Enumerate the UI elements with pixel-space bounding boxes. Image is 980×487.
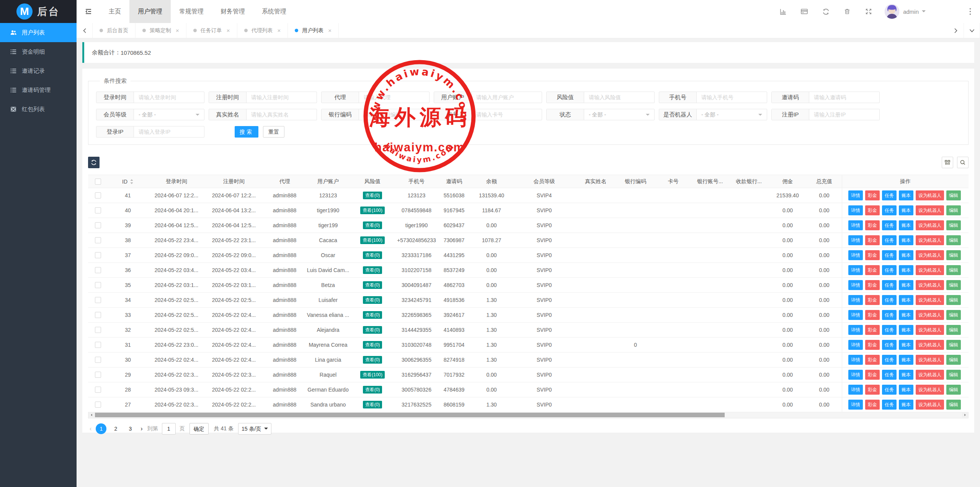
risk-view-badge[interactable]: 查看(0): [363, 401, 382, 408]
risk-view-badge[interactable]: 查看(0): [363, 341, 382, 349]
action-blue-button[interactable]: 任务: [882, 220, 897, 230]
search-field-input[interactable]: 请输入代理: [359, 92, 429, 103]
row-checkbox[interactable]: [95, 342, 101, 348]
hscroll-right-icon[interactable]: [962, 412, 968, 418]
tab-4[interactable]: 用户列表×: [288, 23, 339, 38]
row-checkbox[interactable]: [95, 282, 101, 288]
sidebar-item-1[interactable]: 资金明细: [0, 42, 77, 61]
action-blue-button[interactable]: 任务: [882, 340, 897, 350]
page-number-2[interactable]: 2: [110, 423, 121, 434]
risk-view-badge[interactable]: 查看(0): [363, 296, 382, 304]
sidebar-toggle-icon[interactable]: [77, 0, 100, 23]
table-hscrollbar[interactable]: [88, 412, 969, 418]
risk-view-badge[interactable]: 查看(0): [363, 266, 382, 274]
row-checkbox[interactable]: [95, 327, 101, 333]
action-blue-button[interactable]: 详情: [848, 340, 863, 350]
nav-item-1[interactable]: 用户管理: [129, 0, 171, 23]
action-blue-button[interactable]: 任务: [882, 205, 897, 215]
search-field-select[interactable]: - 全部 -: [697, 109, 767, 120]
action-blue-button[interactable]: 详情: [848, 220, 863, 230]
select-all-checkbox[interactable]: [95, 179, 101, 185]
tab-close-icon[interactable]: ×: [227, 27, 230, 34]
action-red-button[interactable]: 设为机器人: [916, 385, 944, 395]
row-checkbox[interactable]: [95, 372, 101, 378]
action-blue-button[interactable]: 账本: [899, 355, 913, 365]
action-blue-button[interactable]: 账本: [899, 385, 913, 395]
action-red-button[interactable]: 彩金: [865, 235, 880, 245]
action-red-button[interactable]: 彩金: [865, 295, 880, 305]
action-blue-button[interactable]: 任务: [882, 355, 897, 365]
search-field-input[interactable]: 请输入登录IP: [134, 126, 204, 137]
action-blue-button[interactable]: 详情: [848, 265, 863, 275]
action-green-button[interactable]: 编辑: [946, 205, 961, 215]
username[interactable]: admin: [903, 8, 919, 15]
action-blue-button[interactable]: 任务: [882, 265, 897, 275]
action-green-button[interactable]: 编辑: [946, 310, 961, 320]
action-red-button[interactable]: 彩金: [865, 385, 880, 395]
action-red-button[interactable]: 彩金: [865, 205, 880, 215]
action-green-button[interactable]: 编辑: [946, 235, 961, 245]
trash-icon[interactable]: [836, 0, 858, 23]
page-size-select[interactable]: 15 条/页: [238, 423, 271, 435]
row-checkbox[interactable]: [95, 267, 101, 273]
action-blue-button[interactable]: 账本: [899, 220, 913, 230]
action-blue-button[interactable]: 详情: [848, 235, 863, 245]
action-blue-button[interactable]: 账本: [899, 190, 913, 200]
refresh-icon[interactable]: [815, 0, 836, 23]
hscroll-left-icon[interactable]: [88, 412, 95, 418]
tab-close-icon[interactable]: ×: [278, 27, 281, 34]
more-menu-icon[interactable]: [962, 0, 978, 23]
action-red-button[interactable]: 彩金: [865, 355, 880, 365]
action-blue-button[interactable]: 详情: [848, 280, 863, 290]
action-red-button[interactable]: 设为机器人: [916, 220, 944, 230]
tab-0[interactable]: 后台首页: [93, 23, 136, 38]
action-red-button[interactable]: 彩金: [865, 265, 880, 275]
tab-3[interactable]: 代理列表×: [237, 23, 288, 38]
sort-icons[interactable]: [130, 179, 134, 185]
tab-close-icon[interactable]: ×: [328, 27, 332, 34]
search-field-input[interactable]: 请输入手机号: [697, 92, 767, 103]
action-red-button[interactable]: 设为机器人: [916, 325, 944, 335]
search-field-input[interactable]: 请输入银行编码: [359, 109, 429, 120]
action-blue-button[interactable]: 任务: [882, 385, 897, 395]
action-blue-button[interactable]: 任务: [882, 250, 897, 260]
action-blue-button[interactable]: 账本: [899, 205, 913, 215]
action-red-button[interactable]: 设为机器人: [916, 400, 944, 410]
row-checkbox[interactable]: [95, 252, 101, 258]
nav-item-4[interactable]: 系统管理: [253, 0, 295, 23]
fullscreen-icon[interactable]: [858, 0, 879, 23]
action-red-button[interactable]: 设为机器人: [916, 205, 944, 215]
sidebar-item-0[interactable]: 用户列表: [0, 23, 77, 42]
hscroll-thumb[interactable]: [95, 413, 725, 417]
sidebar-item-2[interactable]: 邀请记录: [0, 61, 77, 80]
nav-item-2[interactable]: 常规管理: [171, 0, 212, 23]
action-blue-button[interactable]: 账本: [899, 370, 913, 380]
risk-view-badge[interactable]: 查看(0): [363, 356, 382, 364]
action-green-button[interactable]: 编辑: [946, 385, 961, 395]
action-blue-button[interactable]: 任务: [882, 325, 897, 335]
action-green-button[interactable]: 编辑: [946, 325, 961, 335]
tabs-menu-icon[interactable]: [964, 23, 980, 38]
risk-view-badge[interactable]: 查看(0): [363, 192, 382, 199]
search-field-input[interactable]: 请输入邀请码: [809, 92, 879, 103]
action-red-button[interactable]: 彩金: [865, 400, 880, 410]
goto-page-input[interactable]: 1: [162, 423, 176, 435]
action-blue-button[interactable]: 详情: [848, 190, 863, 200]
chart-icon[interactable]: [772, 0, 794, 23]
action-blue-button[interactable]: 详情: [848, 355, 863, 365]
action-green-button[interactable]: 编辑: [946, 355, 961, 365]
action-green-button[interactable]: 编辑: [946, 265, 961, 275]
action-blue-button[interactable]: 详情: [848, 385, 863, 395]
action-green-button[interactable]: 编辑: [946, 250, 961, 260]
action-blue-button[interactable]: 任务: [882, 190, 897, 200]
reset-button[interactable]: 重置: [263, 126, 284, 138]
action-blue-button[interactable]: 账本: [899, 235, 913, 245]
nav-item-0[interactable]: 主页: [100, 0, 129, 23]
action-blue-button[interactable]: 账本: [899, 250, 913, 260]
action-red-button[interactable]: 彩金: [865, 250, 880, 260]
action-red-button[interactable]: 设为机器人: [916, 235, 944, 245]
action-blue-button[interactable]: 详情: [848, 250, 863, 260]
action-blue-button[interactable]: 详情: [848, 370, 863, 380]
action-blue-button[interactable]: 任务: [882, 400, 897, 410]
action-blue-button[interactable]: 详情: [848, 400, 863, 410]
